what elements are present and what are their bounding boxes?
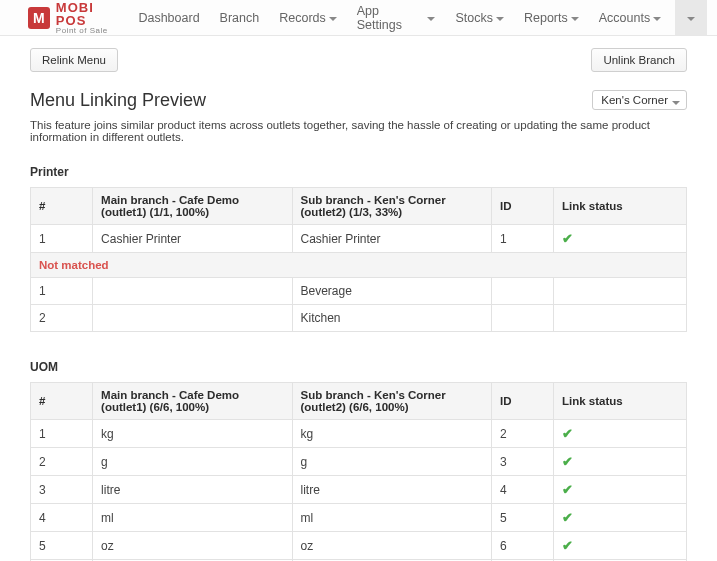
nav-item-records[interactable]: Records (269, 0, 347, 35)
nav-item-reports[interactable]: Reports (514, 0, 589, 35)
cell-id: 2 (491, 420, 553, 448)
cell-id: 4 (491, 476, 553, 504)
cell-id (491, 278, 553, 305)
brand[interactable]: M MOBI POS Point of Sale (28, 1, 128, 35)
cell-num: 1 (31, 420, 93, 448)
table-header-row: # Main branch - Cafe Demo (outlet1) (1/1… (31, 188, 687, 225)
cell-status: ✔ (554, 504, 687, 532)
branch-select[interactable]: Ken's Corner (592, 90, 687, 110)
th-status: Link status (554, 383, 687, 420)
cell-id: 3 (491, 448, 553, 476)
uom-table-title: UOM (30, 360, 687, 374)
brand-logo-icon: M (28, 7, 50, 29)
cell-main: g (93, 448, 292, 476)
check-icon: ✔ (562, 482, 573, 497)
navbar: M MOBI POS Point of Sale DashboardBranch… (0, 0, 717, 36)
top-actions: Relink Menu Unlink Branch (30, 48, 687, 72)
table-row: 2Kitchen (31, 305, 687, 332)
check-icon: ✔ (562, 426, 573, 441)
nav-item-label: Accounts (599, 11, 650, 25)
nav-item-branch[interactable]: Branch (210, 0, 270, 35)
cell-num: 2 (31, 448, 93, 476)
th-main: Main branch - Cafe Demo (outlet1) (6/6, … (93, 383, 292, 420)
printer-table-title: Printer (30, 165, 687, 179)
printer-table: # Main branch - Cafe Demo (outlet1) (1/1… (30, 187, 687, 332)
caret-down-icon (653, 17, 661, 21)
table-row: 3litrelitre4✔ (31, 476, 687, 504)
caret-down-icon (571, 17, 579, 21)
cell-num: 4 (31, 504, 93, 532)
table-header-row: # Main branch - Cafe Demo (outlet1) (6/6… (31, 383, 687, 420)
table-row: 2gg3✔ (31, 448, 687, 476)
nav-item-label: App Settings (357, 4, 425, 32)
th-sub: Sub branch - Ken's Corner (outlet2) (1/3… (292, 188, 491, 225)
nav-item-accounts[interactable]: Accounts (589, 0, 671, 35)
cell-id (491, 305, 553, 332)
cell-main: kg (93, 420, 292, 448)
cell-id: 6 (491, 532, 553, 560)
caret-down-icon (672, 101, 680, 105)
uom-table: # Main branch - Cafe Demo (outlet1) (6/6… (30, 382, 687, 561)
cell-status (554, 278, 687, 305)
nav-item-dashboard[interactable]: Dashboard (128, 0, 209, 35)
caret-down-icon (427, 17, 435, 21)
cell-sub: kg (292, 420, 491, 448)
th-main: Main branch - Cafe Demo (outlet1) (1/1, … (93, 188, 292, 225)
table-row: 1kgkg2✔ (31, 420, 687, 448)
th-num: # (31, 383, 93, 420)
not-matched-label: Not matched (31, 253, 687, 278)
nav-profile-dropdown[interactable] (675, 0, 707, 35)
cell-status: ✔ (554, 532, 687, 560)
cell-sub: Cashier Printer (292, 225, 491, 253)
cell-id: 5 (491, 504, 553, 532)
cell-status (554, 305, 687, 332)
cell-sub: litre (292, 476, 491, 504)
page-title: Menu Linking Preview (30, 90, 206, 111)
table-row: 1Cashier PrinterCashier Printer1✔ (31, 225, 687, 253)
check-icon: ✔ (562, 454, 573, 469)
th-status: Link status (554, 188, 687, 225)
cell-num: 2 (31, 305, 93, 332)
title-row: Menu Linking Preview Ken's Corner (30, 90, 687, 111)
nav-links: DashboardBranchRecordsApp SettingsStocks… (128, 0, 671, 35)
caret-down-icon (687, 17, 695, 21)
table-row: 4mlml5✔ (31, 504, 687, 532)
cell-sub: Kitchen (292, 305, 491, 332)
cell-status: ✔ (554, 476, 687, 504)
branch-select-value: Ken's Corner (601, 94, 668, 106)
cell-status: ✔ (554, 225, 687, 253)
cell-sub: Beverage (292, 278, 491, 305)
brand-title: MOBI POS (56, 1, 129, 27)
cell-status: ✔ (554, 448, 687, 476)
cell-main: litre (93, 476, 292, 504)
nav-item-label: Records (279, 11, 326, 25)
cell-main (93, 305, 292, 332)
caret-down-icon (496, 17, 504, 21)
unlink-branch-button[interactable]: Unlink Branch (591, 48, 687, 72)
caret-down-icon (329, 17, 337, 21)
cell-main: Cashier Printer (93, 225, 292, 253)
nav-item-app-settings[interactable]: App Settings (347, 0, 446, 35)
nav-item-label: Stocks (455, 11, 493, 25)
cell-sub: ml (292, 504, 491, 532)
table-row: 1Beverage (31, 278, 687, 305)
cell-main: oz (93, 532, 292, 560)
th-id: ID (491, 188, 553, 225)
nav-item-label: Dashboard (138, 11, 199, 25)
relink-menu-button[interactable]: Relink Menu (30, 48, 118, 72)
cell-sub: g (292, 448, 491, 476)
not-matched-row: Not matched (31, 253, 687, 278)
cell-status: ✔ (554, 420, 687, 448)
cell-num: 5 (31, 532, 93, 560)
check-icon: ✔ (562, 231, 573, 246)
cell-num: 1 (31, 225, 93, 253)
table-row: 5ozoz6✔ (31, 532, 687, 560)
nav-item-label: Reports (524, 11, 568, 25)
nav-item-label: Branch (220, 11, 260, 25)
page-content: Relink Menu Unlink Branch Menu Linking P… (0, 36, 717, 561)
check-icon: ✔ (562, 538, 573, 553)
page-description: This feature joins similar product items… (30, 119, 687, 143)
nav-item-stocks[interactable]: Stocks (445, 0, 514, 35)
brand-text: MOBI POS Point of Sale (56, 1, 129, 35)
cell-num: 3 (31, 476, 93, 504)
